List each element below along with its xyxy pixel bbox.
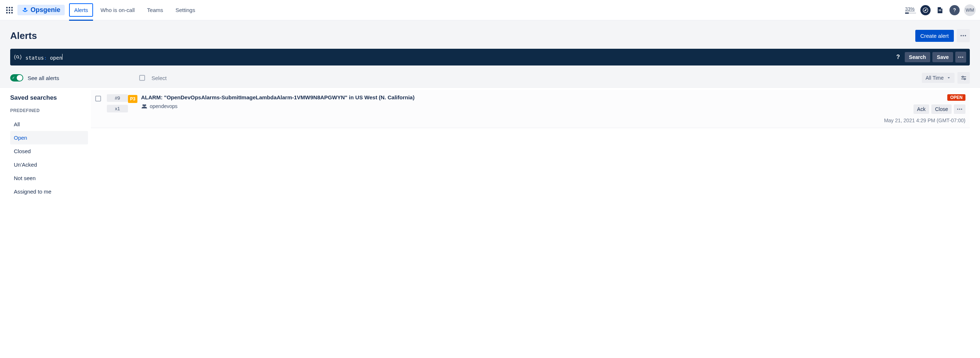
- svg-point-33: [961, 109, 962, 110]
- top-nav: Opsgenie Alerts Who is on-call Teams Set…: [0, 0, 980, 20]
- svg-point-31: [957, 109, 958, 110]
- alert-more-icon[interactable]: [954, 104, 966, 114]
- svg-point-23: [962, 57, 963, 58]
- svg-rect-7: [9, 12, 10, 13]
- priority-badge: P3: [128, 95, 137, 103]
- sidebar-title: Saved searches: [10, 94, 88, 102]
- alert-number-badge: #9: [107, 94, 128, 102]
- time-filter-dropdown[interactable]: All Time: [922, 73, 955, 83]
- search-button[interactable]: Search: [905, 52, 931, 62]
- nav-tab-who-is-on-call[interactable]: Who is on-call: [95, 3, 140, 17]
- filter-settings-icon[interactable]: [958, 72, 970, 84]
- svg-rect-2: [11, 7, 13, 8]
- svg-rect-0: [6, 7, 8, 8]
- query-value: open: [50, 55, 62, 61]
- sidebar-item-open[interactable]: Open: [10, 131, 88, 144]
- app-switcher-icon[interactable]: [4, 5, 14, 15]
- svg-point-21: [958, 57, 959, 58]
- compass-icon[interactable]: [920, 5, 931, 15]
- alert-team-name: opendevops: [150, 103, 177, 109]
- opsgenie-icon: [22, 7, 29, 13]
- svg-point-19: [16, 56, 19, 58]
- svg-rect-14: [939, 10, 941, 11]
- search-more-icon[interactable]: [955, 52, 966, 62]
- svg-point-9: [24, 8, 26, 10]
- toggle-label: See all alerts: [28, 75, 59, 81]
- svg-rect-1: [9, 7, 10, 8]
- see-all-alerts-toggle[interactable]: ✓: [10, 74, 23, 82]
- save-search-button[interactable]: Save: [932, 52, 953, 62]
- svg-rect-4: [9, 10, 10, 11]
- ack-button[interactable]: Ack: [913, 104, 929, 114]
- page-header: Alerts Create alert: [0, 20, 980, 49]
- alert-title[interactable]: ALARM: "OpenDevOpsAlarms-SubmitImageLamb…: [141, 94, 884, 101]
- help-icon[interactable]: [950, 5, 959, 15]
- user-avatar[interactable]: WM: [964, 4, 976, 16]
- brand-logo[interactable]: Opsgenie: [18, 5, 65, 15]
- sidebar-item-all[interactable]: All: [10, 118, 88, 131]
- sidebar-item-assigned-to-me[interactable]: Assigned to me: [10, 185, 88, 198]
- team-icon: [141, 104, 148, 109]
- svg-point-32: [959, 109, 960, 110]
- query-help-icon[interactable]: ?: [894, 54, 902, 61]
- nav-right: 33% WM: [905, 4, 976, 16]
- page-title: Alerts: [10, 30, 37, 42]
- alert-status-badge: OPEN: [947, 94, 966, 101]
- sidebar-item-unacked[interactable]: Un'Acked: [10, 158, 88, 171]
- sidebar: Saved searches PREDEFINED All Open Close…: [0, 88, 91, 205]
- chevron-down-icon: [947, 76, 951, 80]
- alert-count-badge: x1: [107, 105, 128, 112]
- nav-tab-teams[interactable]: Teams: [142, 3, 168, 17]
- nav-tab-settings[interactable]: Settings: [170, 3, 200, 17]
- usage-percent[interactable]: 33%: [905, 6, 916, 14]
- sidebar-item-not-seen[interactable]: Not seen: [10, 171, 88, 185]
- svg-rect-5: [11, 10, 13, 11]
- svg-rect-8: [11, 12, 13, 13]
- svg-rect-12: [941, 7, 943, 8]
- svg-point-18: [965, 35, 966, 36]
- svg-point-25: [962, 76, 964, 77]
- query-key: status: [25, 55, 44, 61]
- svg-rect-3: [6, 10, 8, 11]
- svg-point-15: [954, 11, 955, 12]
- docs-icon[interactable]: [935, 5, 945, 15]
- search-query-icon: [14, 54, 22, 61]
- svg-point-30: [143, 104, 145, 106]
- select-label: Select: [151, 75, 167, 81]
- sidebar-item-closed[interactable]: Closed: [10, 144, 88, 158]
- toolbar: ✓ See all alerts Select All Time: [0, 69, 980, 88]
- svg-rect-6: [6, 12, 8, 13]
- alert-team[interactable]: opendevops: [141, 103, 884, 109]
- create-alert-button[interactable]: Create alert: [915, 30, 954, 42]
- nav-tab-alerts[interactable]: Alerts: [69, 3, 93, 17]
- search-bar: status: open ? Search Save: [10, 49, 970, 66]
- page-more-icon[interactable]: [957, 29, 970, 42]
- brand-name: Opsgenie: [30, 6, 60, 14]
- alert-timestamp: May 21, 2021 4:29 PM (GMT-07:00): [884, 118, 966, 123]
- close-button[interactable]: Close: [931, 104, 951, 114]
- sidebar-section-label: PREDEFINED: [10, 108, 88, 113]
- select-all-checkbox[interactable]: [139, 75, 145, 81]
- svg-point-16: [961, 35, 962, 36]
- svg-line-20: [19, 58, 19, 59]
- svg-point-22: [960, 57, 961, 58]
- svg-point-27: [964, 78, 966, 80]
- svg-point-17: [963, 35, 964, 36]
- alerts-list: #9 x1 P3 ALARM: "OpenDevOpsAlarms-Submit…: [91, 88, 980, 205]
- alert-checkbox[interactable]: [95, 96, 101, 102]
- svg-rect-13: [939, 10, 941, 10]
- content: Saved searches PREDEFINED All Open Close…: [0, 88, 980, 205]
- alert-row[interactable]: #9 x1 P3 ALARM: "OpenDevOpsAlarms-Submit…: [91, 90, 970, 128]
- search-input[interactable]: status: open: [14, 54, 894, 61]
- svg-marker-11: [924, 9, 926, 11]
- nav-tabs: Alerts Who is on-call Teams Settings: [69, 3, 202, 17]
